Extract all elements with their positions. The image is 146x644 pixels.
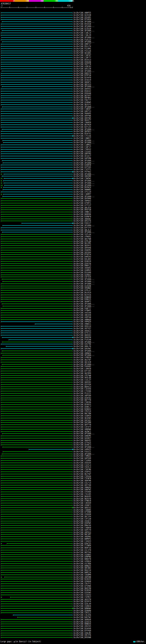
hit-label[interactable]: UniRef100_UP1000...	[73, 160, 94, 162]
alignment-pre-segment[interactable]	[1, 182, 2, 184]
hit-label[interactable]: UniRef100_B7FJH5	[73, 370, 91, 372]
alignment-bar[interactable]	[2, 350, 73, 352]
alignment-bar[interactable]	[1, 500, 73, 502]
hit-label[interactable]: UniRef100_B6QY90	[73, 587, 91, 590]
alignment-bar[interactable]	[1, 465, 73, 466]
alignment-bar[interactable]	[1, 212, 73, 213]
alignment-bar[interactable]	[1, 536, 73, 537]
alignment-bar[interactable]	[1, 518, 73, 520]
alignment-bar[interactable]	[2, 304, 73, 304]
alignment-bar[interactable]	[1, 505, 73, 506]
alignment-bar[interactable]	[1, 299, 73, 300]
hit-label[interactable]: UniRef100_A5DP42	[73, 471, 91, 473]
alignment-bar[interactable]	[1, 236, 73, 237]
hit-label[interactable]: UniRef100_Q6CIP4	[73, 516, 91, 518]
hit-label[interactable]: UniRef100_Q02HY2	[73, 245, 91, 247]
alignment-bar[interactable]	[1, 261, 73, 262]
alignment-bar[interactable]	[1, 312, 73, 314]
alignment-bar[interactable]	[1, 586, 73, 587]
alignment-bar[interactable]	[1, 426, 73, 428]
hit-label[interactable]: UniRef100_C95Z14	[73, 410, 91, 412]
alignment-bar[interactable]	[1, 409, 73, 410]
hit-label[interactable]: UniRef100_Q56FG6	[73, 263, 91, 265]
hit-label[interactable]: UniRef100_A7TI37	[73, 204, 91, 207]
alignment-bar[interactable]	[1, 326, 73, 327]
hit-label[interactable]: UniRef100_Q96EP8	[73, 336, 91, 339]
hit-label[interactable]: UniRef100_Q7PL68	[73, 240, 91, 242]
hit-label[interactable]: UniRef100_A5E644	[73, 462, 91, 464]
alignment-bar[interactable]	[1, 263, 73, 264]
alignment-bar[interactable]	[1, 400, 73, 401]
hit-label[interactable]: UniRef100_UP1000...	[73, 36, 94, 39]
alignment-bar[interactable]	[1, 209, 73, 210]
hit-label[interactable]: UniRef100_C5G185	[73, 493, 91, 496]
hit-label[interactable]: UniRef100_UP1000...	[73, 128, 94, 131]
hit-label[interactable]: UniRef100_UP1000...	[73, 70, 94, 72]
hit-label[interactable]: UniRef100_A7S119	[73, 191, 91, 193]
hit-label[interactable]: UniRef100_Q9XG14	[73, 325, 91, 328]
hit-label[interactable]: UniRef100_A7MAR2	[73, 236, 91, 238]
alignment-bar[interactable]	[1, 590, 73, 591]
hit-label[interactable]: UniRef100_C5JNR4	[73, 544, 91, 547]
hit-label[interactable]: UniRef100_Q3UB50	[73, 164, 91, 166]
alignment-bar[interactable]	[1, 207, 73, 208]
alignment-bar[interactable]	[1, 395, 73, 396]
hit-label[interactable]: UniRef100_C3KMP7	[73, 193, 91, 196]
alignment-bar[interactable]	[1, 386, 73, 388]
alignment-bar[interactable]	[1, 496, 73, 497]
hit-label[interactable]: UniRef100_Q38MU5	[73, 269, 91, 272]
alignment-bar[interactable]	[1, 480, 73, 481]
alignment-bar[interactable]	[1, 523, 73, 524]
alignment-bar[interactable]	[1, 220, 73, 222]
alignment-bar[interactable]	[1, 48, 73, 49]
hit-label[interactable]: UniRef100_UP1000...	[73, 433, 94, 435]
hit-label[interactable]: UniRef100_A9PFH8	[73, 316, 91, 319]
hit-label[interactable]: UniRef100_Q4CU61	[73, 420, 91, 422]
alignment-bar[interactable]	[1, 308, 73, 309]
hit-label[interactable]: UniRef100_A5DBF1	[73, 504, 91, 507]
hit-label[interactable]: UniRef100_C7I1S6	[73, 135, 91, 137]
alignment-bar[interactable]	[1, 286, 73, 287]
hit-label[interactable]: UniRef100_B9WTL2	[73, 265, 91, 267]
alignment-bar[interactable]	[1, 462, 73, 464]
alignment-bar[interactable]	[13, 614, 73, 616]
hit-label[interactable]: UniRef100_A3F434	[73, 276, 91, 278]
alignment-bar[interactable]	[17, 617, 73, 618]
alignment-bar[interactable]	[1, 601, 73, 602]
hit-label[interactable]: UniRef100_B9WJX6	[73, 524, 91, 527]
alignment-bar[interactable]	[1, 406, 73, 408]
alignment-bar[interactable]	[1, 32, 73, 34]
alignment-bar[interactable]	[2, 337, 73, 338]
hit-label[interactable]: UniRef100_A4S796	[73, 343, 91, 346]
alignment-bar[interactable]	[1, 328, 73, 329]
alignment-bar[interactable]	[1, 375, 73, 376]
alignment-bar[interactable]	[1, 265, 73, 266]
alignment-bar[interactable]	[1, 88, 73, 90]
hit-label[interactable]: UniRef100_UP1000...	[73, 354, 94, 356]
hit-label[interactable]: UniRef100_B7S9E4	[73, 18, 91, 21]
hit-label[interactable]: UniRef100_Q6F7Y0	[73, 399, 91, 402]
alignment-bar[interactable]	[1, 377, 73, 378]
alignment-bar[interactable]	[1, 133, 73, 134]
hit-label[interactable]: UniRef100_UP1000...	[73, 162, 94, 164]
hit-label[interactable]: UniRef100_B2AAV6	[73, 628, 91, 630]
hit-label[interactable]: UniRef100_B9EEY9	[73, 72, 91, 75]
hit-label[interactable]: UniRef100_Q7VRF1	[73, 202, 91, 204]
alignment-bar[interactable]	[1, 136, 73, 136]
hit-label[interactable]: UniRef100_Q2UL49	[73, 603, 91, 605]
hit-label[interactable]: UniRef100_B3RNF8	[73, 216, 91, 218]
hit-label[interactable]: UniRef100_Q3T5Q5	[73, 166, 91, 168]
alignment-bar[interactable]	[1, 292, 73, 293]
alignment-bar[interactable]	[1, 554, 73, 555]
hit-label[interactable]: UniRef100_A8Q3N9	[73, 175, 91, 178]
hit-label[interactable]: UniRef100_UP1000...	[73, 303, 94, 305]
alignment-bar[interactable]	[1, 310, 73, 311]
hit-label[interactable]: UniRef100_UP1000...	[73, 446, 94, 448]
alignment-bar[interactable]	[1, 610, 73, 611]
hit-label[interactable]: UniRef100_P09895	[73, 113, 91, 115]
hit-label[interactable]: UniRef100_A9TYE7	[73, 328, 91, 330]
alignment-bar[interactable]	[2, 225, 73, 226]
alignment-bar[interactable]	[2, 279, 73, 280]
hit-label[interactable]: UniRef100_A9NKC3	[73, 211, 91, 213]
alignment-bar[interactable]	[1, 97, 73, 98]
